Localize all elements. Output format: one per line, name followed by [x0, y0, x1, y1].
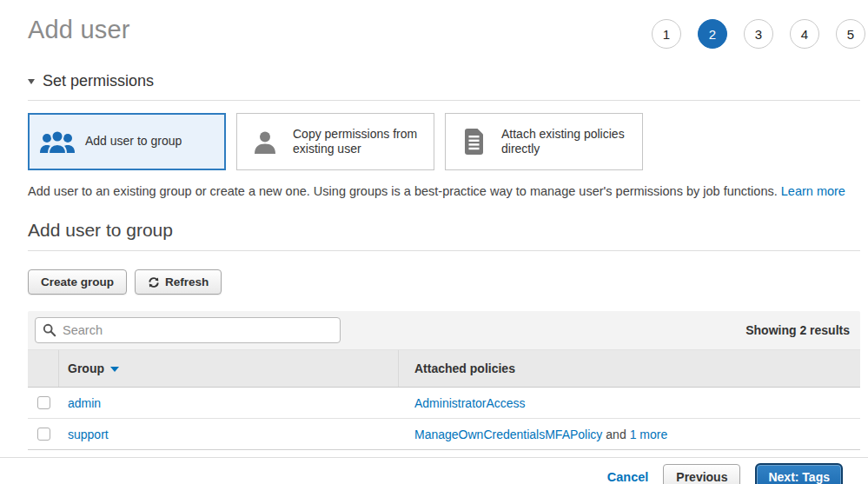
search-icon — [43, 323, 56, 337]
groups-table: Showing 2 results Group Attached policie… — [28, 311, 860, 450]
refresh-button[interactable]: Refresh — [135, 269, 222, 295]
add-user-page: Add user 1 2 3 4 5 Set permissions — [28, 0, 860, 450]
results-count: Showing 2 results — [745, 323, 851, 337]
and-separator: and — [606, 428, 626, 441]
search-input[interactable] — [35, 317, 341, 343]
table-row-support: support ManageOwnCredentialsMFAPolicy an… — [28, 419, 860, 450]
card-copy-permissions[interactable]: Copy permissions from existing user — [236, 113, 434, 170]
learn-more-link[interactable]: Learn more — [781, 184, 845, 198]
header-checkbox-cell — [28, 350, 59, 387]
table-toolbar: Showing 2 results — [28, 311, 860, 350]
more-policies-link[interactable]: 1 more — [630, 428, 668, 441]
page-header: Add user 1 2 3 4 5 — [28, 0, 860, 49]
description-text: Add user to an existing group or create … — [28, 184, 778, 198]
table-row-admin: admin AdministratorAccess — [28, 388, 860, 419]
card-attach-policies[interactable]: Attach existing policies directly — [445, 113, 643, 170]
section-title: Set permissions — [43, 72, 154, 90]
refresh-icon — [148, 276, 160, 288]
step-indicator: 1 2 3 4 5 — [652, 19, 865, 49]
section-description: Add user to an existing group or create … — [28, 184, 860, 198]
single-user-icon — [246, 129, 284, 155]
group-link[interactable]: support — [68, 428, 109, 441]
create-group-button[interactable]: Create group — [28, 269, 127, 295]
step-5: 5 — [836, 19, 865, 49]
policy-link[interactable]: ManageOwnCredentialsMFAPolicy — [414, 428, 602, 441]
wizard-footer: Cancel Previous Next: Tags — [0, 457, 868, 484]
step-4: 4 — [790, 19, 819, 49]
page-title: Add user — [28, 16, 130, 44]
table-header-row: Group Attached policies — [28, 350, 860, 388]
cancel-link[interactable]: Cancel — [607, 470, 649, 484]
step-2-active: 2 — [698, 19, 727, 49]
card-label: Copy permissions from existing user — [293, 127, 425, 157]
sort-desc-icon — [110, 367, 119, 372]
card-label: Add user to group — [85, 134, 182, 149]
card-label: Attach existing policies directly — [501, 127, 633, 157]
user-group-icon — [38, 129, 76, 155]
column-header-attached-policies: Attached policies — [399, 350, 860, 387]
search-box — [35, 317, 341, 343]
add-user-to-group-title: Add user to group — [28, 220, 860, 251]
row-checkbox[interactable] — [37, 428, 50, 441]
card-add-user-to-group[interactable]: Add user to group — [28, 113, 226, 170]
step-3: 3 — [744, 19, 773, 49]
previous-button[interactable]: Previous — [663, 464, 740, 484]
group-actions: Create group Refresh — [28, 269, 860, 295]
collapse-caret-icon — [28, 79, 35, 84]
policy-link[interactable]: AdministratorAccess — [414, 396, 526, 410]
step-1: 1 — [652, 19, 681, 49]
permission-option-cards: Add user to group Copy permissions from … — [28, 113, 860, 170]
policy-document-icon — [454, 128, 493, 156]
row-checkbox[interactable] — [37, 396, 50, 409]
set-permissions-collapse-header[interactable]: Set permissions — [28, 72, 860, 101]
next-tags-button[interactable]: Next: Tags — [755, 463, 843, 484]
column-header-group[interactable]: Group — [59, 350, 399, 387]
group-link[interactable]: admin — [68, 396, 101, 410]
